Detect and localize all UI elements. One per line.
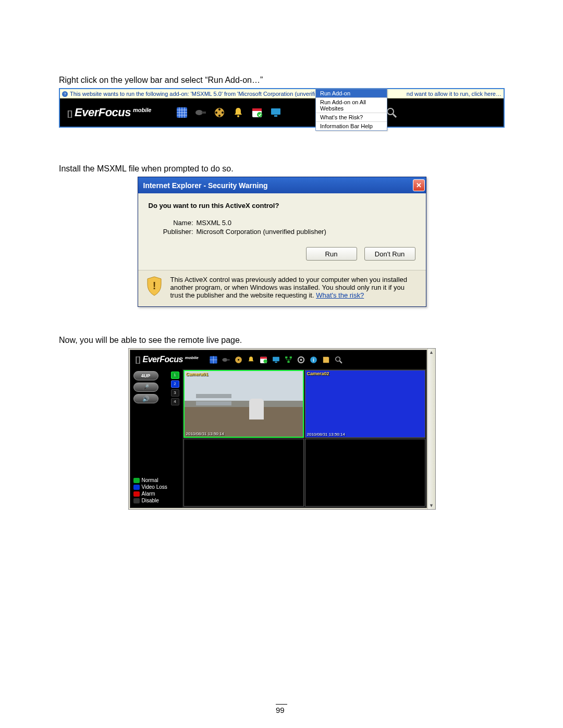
gear-icon[interactable] <box>297 355 306 364</box>
camera-select-3[interactable]: 3 <box>171 389 179 397</box>
swatch-disable <box>133 498 140 503</box>
figure-infobar-toolbar: ? This website wants to run the followin… <box>59 88 505 128</box>
close-button[interactable]: ✕ <box>413 179 425 191</box>
grid-icon[interactable] <box>175 106 189 119</box>
everfocus-toolbar: [] EverFocus mobile <box>60 98 504 127</box>
svg-rect-2 <box>202 112 206 114</box>
calendar-icon[interactable] <box>250 106 264 119</box>
shield-icon: ! <box>145 276 163 297</box>
camera-tile-2[interactable]: Camera02 2010/08/31 13:50:14 <box>305 370 425 438</box>
dialog-title: Internet Explorer - Security Warning <box>143 181 268 190</box>
svg-rect-27 <box>285 356 287 359</box>
svg-rect-29 <box>287 361 289 363</box>
status-legend: Normal Video Loss Alarm Disable <box>133 476 180 504</box>
live-view-window: ▲ ▼ [] EverFocus mobile <box>128 348 436 510</box>
dialog-question: Do you want to run this ActiveX control? <box>149 202 415 209</box>
svg-text:i: i <box>313 357 314 363</box>
svg-point-24 <box>264 359 267 363</box>
svg-rect-28 <box>290 356 292 359</box>
camera-select-2[interactable]: 2 <box>171 380 179 388</box>
infobar-context-menu: Run Add-on Run Add-on on All Websites Wh… <box>315 89 387 131</box>
swatch-alarm <box>133 491 140 497</box>
camera-grid: Camera01 2010/08/31 13:50:14 Camera02 20… <box>182 369 426 508</box>
scroll-down-icon[interactable]: ▼ <box>428 502 435 509</box>
dialog-titlebar: Internet Explorer - Security Warning ✕ <box>138 177 426 193</box>
svg-rect-26 <box>275 362 277 363</box>
infobar-text-right: nd want to allow it to run, click here… <box>407 91 501 97</box>
page-number: 99 <box>276 704 287 714</box>
publisher-value: Microsoft Corporation (unverified publis… <box>197 228 326 236</box>
menu-run-addon[interactable]: Run Add-on <box>316 89 387 98</box>
live-toolbar: [] EverFocus mobile i <box>130 350 426 369</box>
security-warning-dialog: Internet Explorer - Security Warning ✕ D… <box>138 177 426 307</box>
calendar-icon[interactable] <box>259 355 268 364</box>
network-icon[interactable] <box>284 355 293 364</box>
svg-line-35 <box>340 361 342 363</box>
camera-icon[interactable] <box>222 355 231 364</box>
run-button[interactable]: Run <box>306 247 357 261</box>
info-icon: ? <box>62 91 68 97</box>
svg-rect-19 <box>227 359 230 361</box>
svg-point-1 <box>195 110 203 115</box>
film-icon[interactable] <box>213 106 226 119</box>
svg-rect-25 <box>273 356 279 361</box>
legend-alarm: Alarm <box>142 491 155 497</box>
camera-icon[interactable] <box>194 106 207 119</box>
camera-select-4[interactable]: 4 <box>171 398 179 405</box>
svg-rect-23 <box>260 356 267 359</box>
swatch-video-loss <box>133 485 140 490</box>
menu-info-bar-help[interactable]: Information Bar Help <box>316 122 387 130</box>
legend-video-loss: Video Loss <box>142 484 167 490</box>
camera-select-1[interactable]: 1 <box>171 372 179 379</box>
speaker-button[interactable]: 🔊 <box>133 394 158 403</box>
everfocus-logo: [] EverFocus mobile <box>136 355 199 364</box>
svg-rect-10 <box>252 108 262 111</box>
svg-rect-12 <box>271 108 280 115</box>
camera-tile-1[interactable]: Camera01 2010/08/31 13:50:14 <box>183 370 304 438</box>
bell-icon[interactable] <box>231 106 245 119</box>
monitor-icon[interactable] <box>269 106 283 119</box>
monitor-icon[interactable] <box>272 355 281 364</box>
instruction-3: Now, you will be able to see the remote … <box>59 336 504 345</box>
mic-button[interactable]: 🎤 <box>133 382 158 392</box>
camera-1-timestamp: 2010/08/31 13:50:14 <box>186 431 224 436</box>
note-icon[interactable] <box>322 355 331 364</box>
svg-point-31 <box>300 359 302 361</box>
svg-point-4 <box>218 108 221 110</box>
publisher-label: Publisher: <box>149 228 193 236</box>
name-value: MSXML 5.0 <box>197 219 231 227</box>
dialog-footer-text: This ActiveX control was previously adde… <box>170 276 418 299</box>
svg-point-21 <box>238 359 239 361</box>
svg-point-6 <box>222 112 224 114</box>
film-icon[interactable] <box>234 355 243 364</box>
menu-whats-the-risk[interactable]: What's the Risk? <box>316 113 387 122</box>
instruction-1: Right click on the yellow bar and select… <box>59 76 504 85</box>
svg-point-7 <box>218 115 221 117</box>
svg-point-5 <box>215 112 217 114</box>
live-sidebar: 4UP 🎤 🔊 1 2 3 4 N <box>130 369 182 508</box>
svg-point-11 <box>257 112 262 117</box>
camera-2-label: Camera02 <box>307 371 329 376</box>
camera-tile-3[interactable] <box>183 439 304 507</box>
swatch-normal <box>133 478 140 483</box>
scroll-up-icon[interactable]: ▲ <box>428 349 435 356</box>
menu-run-addon-all[interactable]: Run Add-on on All Websites <box>316 98 387 113</box>
legend-normal: Normal <box>142 477 158 483</box>
bell-icon[interactable] <box>247 355 256 364</box>
ie-information-bar[interactable]: ? This website wants to run the followin… <box>60 89 504 98</box>
svg-text:!: ! <box>152 280 156 291</box>
dont-run-button[interactable]: Don't Run <box>364 247 415 261</box>
camera-2-timestamp: 2010/08/31 13:50:14 <box>307 432 345 437</box>
grid-icon[interactable] <box>209 355 218 364</box>
svg-point-8 <box>237 115 239 117</box>
layout-4up-button[interactable]: 4UP <box>133 371 158 380</box>
svg-line-15 <box>393 114 396 117</box>
camera-1-label: Camera01 <box>186 372 209 377</box>
instruction-2: Install the MSXML file when prompted to … <box>59 164 504 174</box>
scrollbar[interactable]: ▲ ▼ <box>427 349 435 509</box>
camera-tile-4[interactable] <box>305 439 425 507</box>
whats-the-risk-link[interactable]: What's the risk? <box>316 291 364 299</box>
info-icon[interactable]: i <box>309 355 319 364</box>
search-icon[interactable] <box>334 355 344 364</box>
svg-rect-13 <box>274 115 277 117</box>
